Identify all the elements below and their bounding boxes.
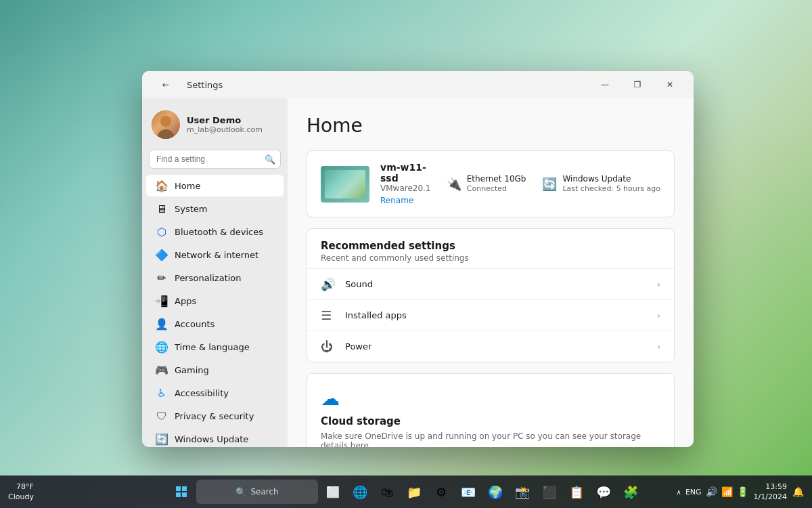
- svg-rect-3: [182, 492, 187, 497]
- device-thumbnail: [321, 166, 369, 203]
- taskbar-search-label: Search: [250, 487, 278, 496]
- setting-row-sound[interactable]: 🔊 Sound ›: [307, 268, 674, 299]
- device-rename-link[interactable]: Rename: [380, 196, 413, 205]
- installed-apps-chevron: ›: [657, 311, 660, 320]
- sidebar-item-network[interactable]: 🔷 Network & internet: [146, 244, 284, 266]
- sidebar-item-bluetooth[interactable]: ⬡ Bluetooth & devices: [146, 221, 284, 242]
- clock-time: 13:59: [754, 482, 787, 492]
- sound-chevron: ›: [657, 280, 660, 289]
- taskbar-icon-mail[interactable]: 📧: [456, 480, 480, 504]
- ethernet-icon: 🔌: [447, 177, 461, 191]
- sidebar-item-personalization[interactable]: ✏ Personalization: [146, 267, 284, 289]
- sidebar-item-apps[interactable]: 📲 Apps: [146, 290, 284, 312]
- tray-network-icon[interactable]: 📶: [721, 486, 733, 497]
- accessibility-icon: ♿: [156, 387, 168, 399]
- update-label: Windows Update: [562, 174, 660, 185]
- taskbar-icon-widgets[interactable]: 🧩: [618, 480, 643, 504]
- device-subtitle: VMware20.1: [380, 184, 436, 193]
- avatar-image: [152, 110, 180, 139]
- privacy-icon: 🛡: [156, 410, 168, 422]
- back-button[interactable]: ←: [150, 74, 181, 96]
- user-info: User Demo m_lab@outlook.com: [187, 115, 278, 134]
- recommended-title: Recommended settings: [321, 240, 660, 252]
- cloud-title: Cloud storage: [321, 415, 660, 427]
- power-label: Power: [340, 341, 657, 352]
- ethernet-label: Ethernet 10Gb: [467, 174, 526, 185]
- sidebar-item-home[interactable]: 🏠 Home: [146, 175, 284, 196]
- taskbar-icon-files[interactable]: 📁: [402, 480, 426, 504]
- close-button[interactable]: ✕: [654, 74, 685, 96]
- weather-widget: 78°F Cloudy: [8, 482, 34, 503]
- bluetooth-icon: ⬡: [156, 226, 168, 238]
- sidebar-item-update[interactable]: 🔄 Windows Update: [146, 428, 284, 447]
- sidebar-label-gaming: Gaming: [175, 365, 209, 375]
- taskbar: 78°F Cloudy 🔍 Search ⬜ 🌐 🛍 📁 ⚙ 📧 🌍 📸 ⬛ 📋…: [0, 475, 812, 508]
- taskbar-icon-notes[interactable]: 📋: [564, 480, 589, 504]
- taskbar-icon-camera[interactable]: 📸: [510, 480, 535, 504]
- update-icon: 🔄: [156, 433, 168, 445]
- sound-icon: 🔊: [321, 277, 340, 291]
- titlebar: ← Settings — ❐ ✕: [142, 71, 694, 98]
- cloud-storage-card: ☁ Cloud storage Make sure OneDrive is up…: [307, 373, 675, 447]
- search-icon: 🔍: [265, 154, 275, 165]
- search-box: 🔍: [149, 150, 281, 169]
- update-status: 🔄 Windows Update Last checked: 5 hours a…: [542, 174, 660, 194]
- sidebar-item-accessibility[interactable]: ♿ Accessibility: [146, 382, 284, 404]
- power-icon: ⏻: [321, 339, 340, 354]
- tray-battery-icon[interactable]: 🔋: [737, 486, 748, 497]
- window-body: User Demo m_lab@outlook.com 🔍 🏠 Home 🖥 S…: [142, 98, 694, 447]
- weather-temp: 78°F: [8, 482, 34, 492]
- taskbar-icon-edge[interactable]: 🌍: [483, 480, 508, 504]
- taskbar-icon-feedback[interactable]: 💬: [591, 480, 616, 504]
- update-status-icon: 🔄: [542, 177, 557, 191]
- main-content: Home vm-w11-ssd VMware20.1 Rename 🔌 Ethe…: [288, 98, 694, 447]
- svg-rect-2: [176, 492, 181, 497]
- clock-date: 1/1/2024: [754, 492, 787, 502]
- window-title: Settings: [187, 80, 223, 90]
- taskbar-search[interactable]: 🔍 Search: [196, 480, 318, 504]
- tray-chevron[interactable]: ∧: [677, 488, 681, 496]
- search-input[interactable]: [149, 150, 281, 169]
- taskbar-search-icon: 🔍: [235, 487, 246, 497]
- setting-row-installed-apps[interactable]: ☰ Installed apps ›: [307, 299, 674, 331]
- tray-sound-icon[interactable]: 🔊: [706, 486, 717, 497]
- taskbar-icon-browser[interactable]: 🌐: [348, 480, 372, 504]
- notification-icon[interactable]: 🔔: [792, 486, 804, 497]
- system-tray: ∧ ENG 🔊 📶 🔋: [677, 486, 748, 497]
- avatar: [152, 110, 180, 139]
- setting-row-power[interactable]: ⏻ Power ›: [307, 331, 674, 362]
- home-icon: 🏠: [156, 179, 168, 192]
- accounts-icon: 👤: [156, 318, 168, 330]
- gaming-icon: 🎮: [156, 364, 168, 376]
- installed-apps-icon: ☰: [321, 308, 340, 322]
- taskbar-icon-store[interactable]: 🛍: [375, 480, 399, 504]
- minimize-button[interactable]: —: [589, 74, 621, 96]
- device-name: vm-w11-ssd: [380, 162, 436, 184]
- titlebar-controls: — ❐ ✕: [589, 74, 685, 96]
- recommended-header: Recommended settings Recent and commonly…: [307, 229, 674, 268]
- sidebar-item-gaming[interactable]: 🎮 Gaming: [146, 359, 284, 381]
- sidebar-item-accounts[interactable]: 👤 Accounts: [146, 313, 284, 335]
- clock[interactable]: 13:59 1/1/2024: [754, 482, 787, 503]
- taskbar-center: 🔍 Search ⬜ 🌐 🛍 📁 ⚙ 📧 🌍 📸 ⬛ 📋 💬 🧩: [169, 480, 643, 504]
- maximize-button[interactable]: ❐: [622, 74, 653, 96]
- sidebar-item-time[interactable]: 🌐 Time & language: [146, 336, 284, 358]
- user-profile[interactable]: User Demo m_lab@outlook.com: [142, 104, 288, 150]
- sidebar-item-privacy[interactable]: 🛡 Privacy & security: [146, 405, 284, 427]
- ethernet-text: Ethernet 10Gb Connected: [467, 174, 526, 194]
- sidebar: User Demo m_lab@outlook.com 🔍 🏠 Home 🖥 S…: [142, 98, 288, 447]
- user-name: User Demo: [187, 115, 278, 125]
- sidebar-label-time: Time & language: [175, 342, 250, 352]
- personalization-icon: ✏: [156, 272, 168, 284]
- taskbar-icon-terminal[interactable]: ⬛: [537, 480, 562, 504]
- device-info: vm-w11-ssd VMware20.1 Rename: [380, 162, 436, 206]
- sidebar-label-home: Home: [175, 181, 200, 191]
- taskbar-icon-settings[interactable]: ⚙: [429, 480, 453, 504]
- cloud-icon: ☁: [321, 387, 660, 410]
- update-text: Windows Update Last checked: 5 hours ago: [562, 174, 660, 194]
- taskbar-icon-task-view[interactable]: ⬜: [321, 480, 345, 504]
- recommended-subtitle: Recent and commonly used settings: [321, 253, 660, 263]
- network-icon: 🔷: [156, 249, 168, 261]
- sidebar-item-system[interactable]: 🖥 System: [146, 198, 284, 219]
- start-button[interactable]: [169, 480, 194, 504]
